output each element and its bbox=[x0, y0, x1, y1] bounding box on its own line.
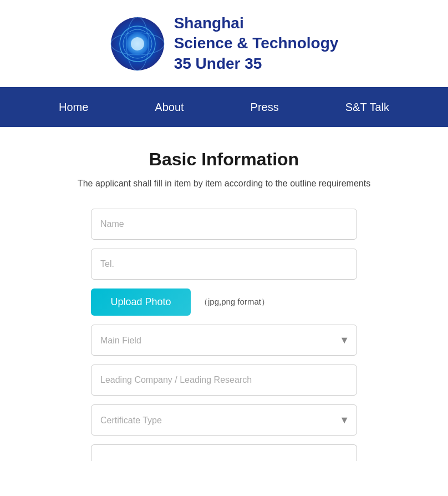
nav-items: Home About Press S&T Talk bbox=[0, 89, 448, 126]
page-subtitle: The applicant shall fill in item by item… bbox=[78, 179, 370, 189]
page-title: Basic Information bbox=[149, 149, 299, 170]
tel-input[interactable] bbox=[91, 249, 357, 280]
logo-container: Shanghai Science & Technology 35 Under 3… bbox=[110, 13, 339, 74]
main-field-wrapper: Main Field AI Biotech Clean Energy Finan… bbox=[91, 325, 357, 356]
name-input[interactable] bbox=[91, 209, 357, 240]
form-container: Upload Photo （jpg,png format） Main Field… bbox=[91, 209, 357, 461]
upload-row: Upload Photo （jpg,png format） bbox=[91, 289, 357, 316]
nav-item-home[interactable]: Home bbox=[26, 89, 121, 126]
svg-point-4 bbox=[131, 37, 144, 50]
nav-item-about[interactable]: About bbox=[121, 89, 217, 126]
next-field-partial bbox=[91, 444, 357, 461]
certificate-type-wrapper: Certificate Type Type A Type B Type C ▼ bbox=[91, 404, 357, 436]
logo-line1: Shanghai bbox=[174, 13, 339, 33]
upload-photo-button[interactable]: Upload Photo bbox=[91, 289, 191, 316]
logo-line3: 35 Under 35 bbox=[174, 54, 339, 74]
upload-hint: （jpg,png format） bbox=[200, 297, 269, 307]
leading-company-input[interactable] bbox=[91, 365, 357, 396]
logo-image bbox=[110, 16, 165, 72]
logo-text: Shanghai Science & Technology 35 Under 3… bbox=[174, 13, 339, 74]
nav-item-press[interactable]: Press bbox=[217, 89, 312, 126]
main-content: Basic Information The applicant shall fi… bbox=[0, 127, 448, 483]
nav-item-st-talk[interactable]: S&T Talk bbox=[312, 89, 422, 126]
main-field-select[interactable]: Main Field AI Biotech Clean Energy Finan… bbox=[91, 325, 357, 356]
navbar: Home About Press S&T Talk bbox=[0, 87, 448, 127]
certificate-type-select[interactable]: Certificate Type Type A Type B Type C bbox=[91, 404, 357, 436]
header: Shanghai Science & Technology 35 Under 3… bbox=[0, 0, 448, 87]
logo-line2: Science & Technology bbox=[174, 33, 339, 53]
